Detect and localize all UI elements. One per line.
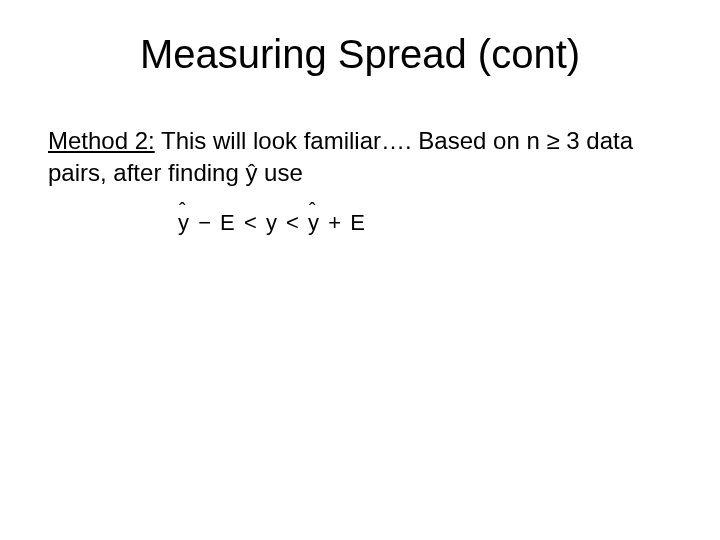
formula-yhat-right: y xyxy=(308,210,320,236)
slide: Measuring Spread (cont) Method 2: This w… xyxy=(0,0,720,540)
body-paragraph: Method 2: This will look familiar…. Base… xyxy=(48,125,672,190)
formula-E-left: E xyxy=(220,210,235,235)
slide-title: Measuring Spread (cont) xyxy=(48,32,672,77)
method-label: Method 2: xyxy=(48,127,155,154)
formula-E-right: E xyxy=(350,210,365,235)
formula: y − E < y < y + E xyxy=(178,210,672,236)
formula-y-mid: y xyxy=(266,210,278,235)
formula-lt-2: < xyxy=(284,210,301,235)
formula-minus: − xyxy=(196,210,213,235)
formula-yhat-left: y xyxy=(178,210,190,236)
formula-lt-1: < xyxy=(242,210,259,235)
formula-plus: + xyxy=(326,210,343,235)
